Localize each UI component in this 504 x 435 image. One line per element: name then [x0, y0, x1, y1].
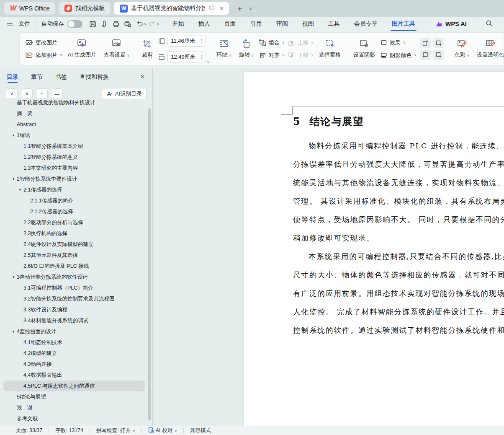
print-preview-icon[interactable]	[122, 19, 134, 29]
toc-item[interactable]: ▾ 3.3软件设计及编程	[3, 304, 145, 315]
collapse-arrow-icon[interactable]: ▾	[10, 329, 17, 334]
selection-pane-button[interactable]: 选择窗格	[317, 39, 343, 59]
collapse-arrow-icon[interactable]: ▾	[10, 177, 17, 181]
quickbar-chevron-icon[interactable]: ∨	[157, 22, 159, 26]
hamburger-icon[interactable]	[7, 22, 13, 26]
add-picture-button[interactable]: 添加图片 ∨	[26, 52, 62, 59]
menu-item[interactable]: 插入	[191, 17, 217, 31]
toc-item[interactable]: ▾ 参考文献	[3, 413, 145, 423]
collapse-arrow-icon[interactable]: ▾	[17, 188, 23, 192]
toc-scrollbar-thumb[interactable]	[148, 108, 151, 420]
float-window-icon[interactable]	[209, 5, 214, 11]
height-input[interactable]: 12.49厘米 ∧∨	[167, 52, 206, 62]
tab-close-icon[interactable]: ✕	[218, 5, 226, 12]
toc-item[interactable]: ▾ 2.1.2传感器的选择	[3, 206, 145, 217]
toc-item[interactable]: ▾ 4.2模型的建立	[3, 348, 145, 359]
ai-generate-picture-button[interactable]: AI 生成图片	[66, 39, 98, 59]
toc-item[interactable]: ▾ 5结论与展望	[3, 391, 145, 402]
pane-tab[interactable]: 章节	[31, 73, 43, 85]
wps-ai-button[interactable]: WPS AI	[429, 21, 473, 27]
toc-item[interactable]: ▾ 4监控画面的设计	[3, 326, 145, 337]
view-settings-button[interactable]: 查看设置 ∨	[102, 39, 131, 59]
word-count[interactable]: 字数: 13174	[55, 427, 83, 434]
undo-icon[interactable]	[134, 19, 145, 29]
group-button[interactable]: 组合 ∨	[259, 39, 285, 47]
shadow-down-button[interactable]	[433, 38, 444, 48]
bring-forward-button[interactable]: 上移 ∨	[288, 39, 314, 47]
tab-wps-office[interactable]: W WPS Office	[4, 2, 55, 15]
set-shadow-button[interactable]: 设置阴影	[351, 39, 377, 59]
shadow-right-button[interactable]	[433, 50, 444, 60]
toc-item[interactable]: ▾ 3.2智能分拣系统的控制要求及其流程图	[3, 293, 145, 304]
toc-item[interactable]: ▾ 3.4材料智能分拣系统的调试	[3, 315, 145, 326]
menu-item-picture-tools[interactable]: 图片工具	[385, 17, 422, 31]
document-page[interactable]: 5 结论与展望 物料分拣采用可编程控制器 PLC 进行控制，能连续、大批量地分拣…	[244, 72, 504, 426]
spellcheck-status[interactable]: 拼写检查: 打开∨	[96, 427, 135, 434]
tab-document[interactable]: W 基于机器视觉的智能物料分拣 ✕	[114, 2, 229, 15]
toc-item[interactable]: ▾ 致 谢	[3, 402, 145, 413]
menu-item[interactable]: 会员专享	[347, 17, 385, 31]
pane-tab[interactable]: 书签	[55, 73, 67, 85]
pane-tab[interactable]: 查找和替换	[80, 73, 109, 85]
toc-item[interactable]: ▾ 4.3动画连接	[3, 359, 145, 370]
toc-item[interactable]: ▾ 3.1可编程控制器（PLC）简介	[3, 282, 145, 293]
menu-item[interactable]: 审阅	[269, 17, 295, 31]
print-icon[interactable]	[110, 19, 122, 29]
collapse-arrow-icon[interactable]: ▾	[10, 133, 17, 137]
toc-item[interactable]: ▾ 2智能分拣系统中硬件设计	[3, 173, 145, 184]
file-menu[interactable]: 文件	[16, 18, 33, 29]
search-icon[interactable]	[480, 20, 499, 28]
toc-item[interactable]: ▾ 1.1智能分拣系统基本介绍	[3, 141, 145, 152]
rotate-button[interactable]: 旋转 ∨	[237, 39, 256, 59]
toc-item[interactable]: ▾ 2.1.1传感器的简介	[3, 195, 145, 206]
toc-item[interactable]: ▾ 基于机器视觉的智能物料分拣设计	[3, 97, 145, 108]
toc-item[interactable]: ▾ 4.1组态控制技术	[3, 337, 145, 348]
toc-item[interactable]: ▾ 1绪论	[3, 130, 145, 141]
export-pdf-icon[interactable]	[98, 19, 110, 29]
toc-item[interactable]: ▾ 2.2驱动部分的分析与选择	[3, 217, 145, 228]
pane-close-icon[interactable]: ✕	[140, 73, 145, 84]
toc-item[interactable]: ▾ 2.6I/O 口的选择及 PLC 接线	[3, 261, 145, 272]
toc-item[interactable]: ▾ 2.5其他元器件及其选择	[3, 250, 145, 261]
width-stepper[interactable]: ∧∨	[201, 39, 203, 44]
toc-item[interactable]: ▾ 1.2智能分拣系统的意义	[3, 152, 145, 163]
wrap-button[interactable]: 环绕 ∨	[214, 39, 233, 59]
toc-item[interactable]: ▾ 2.1传感器的选择	[3, 184, 145, 195]
tab-docer-templates[interactable]: 找稻壳模板	[59, 2, 111, 15]
align-button[interactable]: 对齐 ∨	[259, 52, 285, 59]
redo-icon[interactable]	[147, 19, 158, 29]
toc-item[interactable]: ▾ 2.4硬件设计及实际模型的建立	[3, 239, 145, 250]
undo-chevron-icon[interactable]: ∨	[144, 22, 147, 26]
toc-item[interactable]: ▾ 3自动智能分拣系统的软件设计	[3, 272, 145, 282]
shadow-left-button[interactable]	[420, 50, 431, 60]
height-stepper[interactable]: ∧∨	[201, 54, 203, 60]
shadow-up-button[interactable]	[420, 38, 431, 48]
menu-item[interactable]: 工具	[321, 17, 347, 31]
tab-list-chevron-icon[interactable]: ∨	[247, 6, 254, 11]
crop-button[interactable]: 裁剪	[140, 39, 155, 59]
shadow-color-button[interactable]: 阴影颜色 ∨	[381, 52, 417, 59]
toc-item[interactable]: ▾ 1.3本文研究的主要内容	[3, 163, 145, 173]
toc-item[interactable]: ▾ 4.4数据报表输出	[3, 370, 145, 381]
menu-item[interactable]: 引用	[243, 17, 269, 31]
toc-item[interactable]: ▾ 2.3执行机构的选择	[3, 228, 145, 239]
send-backward-button[interactable]: 下移 ∨	[288, 52, 314, 59]
size-dialog-launcher-icon[interactable]: ⇘	[206, 60, 210, 64]
collapse-arrow-icon[interactable]: ▾	[10, 275, 17, 279]
effects-button[interactable]: 效果 ∨	[381, 39, 417, 47]
color-button[interactable]: 色彩 ∨	[453, 39, 471, 59]
menu-item[interactable]: 页面	[217, 17, 243, 31]
toc-item[interactable]: ▾ Abstract	[3, 119, 145, 130]
ai-proofread-button[interactable]: AI 校对∨	[148, 427, 177, 434]
change-picture-button[interactable]: 更改图片	[26, 39, 62, 47]
width-input[interactable]: 11.46厘米 ∧∨	[167, 36, 206, 47]
toc-item[interactable]: ▾ 4.5PLC 与组态软件之间的通信	[3, 381, 145, 391]
save-icon[interactable]	[87, 19, 98, 29]
toc-item[interactable]: ▾ 摘 要	[3, 108, 145, 119]
menu-item[interactable]: 视图	[295, 17, 321, 31]
set-transparent-button[interactable]: 设置透明色	[475, 39, 504, 59]
pane-tab[interactable]: 目录	[7, 73, 18, 85]
menu-item[interactable]: 开始	[165, 17, 191, 31]
new-tab-button[interactable]: ＋	[232, 3, 247, 14]
autosave-toggle[interactable]	[67, 20, 82, 28]
